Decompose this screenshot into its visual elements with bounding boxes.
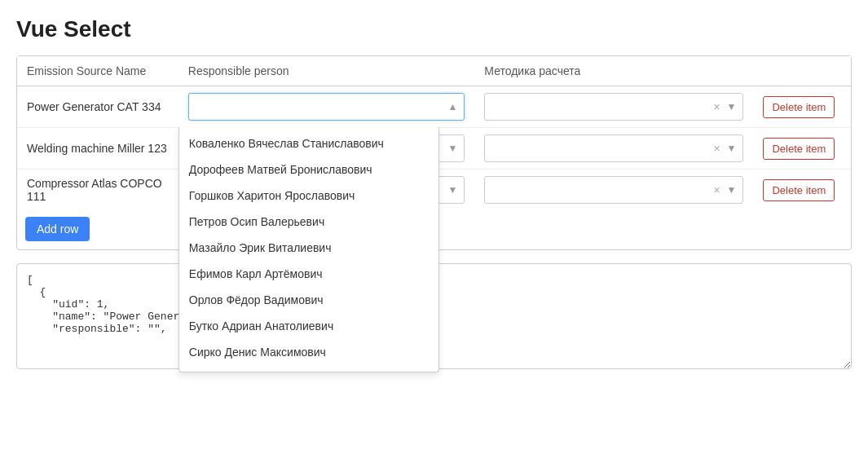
responsible-cell: ▲Коваленко Вячеслав СтаниславовичДорофее… — [178, 86, 475, 128]
dropdown-option[interactable]: Мазайло Эрик Виталиевич — [179, 235, 438, 261]
dropdown-option[interactable]: Сирко Денис Максимович — [179, 339, 438, 365]
add-row-button[interactable]: Add row — [25, 217, 90, 241]
delete-item-button[interactable]: Delete item — [763, 179, 835, 201]
clear-icon[interactable]: × — [712, 142, 721, 155]
header-responsible: Responsible person — [178, 56, 475, 86]
header-metodika: Методика расчета — [474, 56, 753, 86]
delete-item-button[interactable]: Delete item — [763, 138, 835, 160]
chevron-up-icon[interactable]: ▼ — [446, 143, 459, 154]
metodika-cell: ×▼ — [474, 86, 753, 128]
table-row: Power Generator CAT 334▲Коваленко Вячесл… — [17, 86, 851, 128]
header-action — [753, 56, 851, 86]
action-cell: Delete item — [753, 128, 851, 170]
dropdown-option[interactable]: Ефимов Карл Артёмович — [179, 261, 438, 287]
vue-select-metodika[interactable]: ×▼ — [484, 93, 743, 121]
main-table-wrapper: Emission Source Name Responsible person … — [16, 55, 852, 250]
chevron-up-icon[interactable]: ▲ — [446, 101, 459, 112]
responsible-dropdown: Коваленко Вячеслав СтаниславовичДорофеев… — [178, 127, 439, 372]
delete-item-button[interactable]: Delete item — [763, 96, 835, 118]
responsible-input[interactable] — [194, 100, 447, 113]
action-cell: Delete item — [753, 170, 851, 211]
vue-select-metodika[interactable]: ×▼ — [484, 176, 743, 204]
vue-select-metodika[interactable]: ×▼ — [484, 134, 743, 162]
vue-select-responsible[interactable]: ▲ — [188, 93, 465, 121]
chevron-down-icon[interactable]: ▼ — [725, 184, 738, 196]
emission-source-cell: Welding machine Miller 123 — [17, 128, 178, 170]
emission-source-cell: Power Generator CAT 334 — [17, 86, 178, 128]
dropdown-option[interactable]: Дорофеев Матвей Брониславович — [179, 156, 438, 183]
data-table: Emission Source Name Responsible person … — [17, 56, 851, 210]
clear-icon[interactable]: × — [712, 183, 721, 196]
chevron-down-icon[interactable]: ▼ — [725, 143, 738, 154]
dropdown-option[interactable]: Горшков Харитон Ярославович — [179, 183, 438, 209]
metodika-cell: ×▼ — [474, 128, 753, 170]
chevron-down-icon[interactable]: ▼ — [725, 101, 738, 112]
dropdown-option[interactable]: Коваленко Вячеслав Станиславович — [179, 130, 438, 156]
chevron-up-icon[interactable]: ▼ — [446, 184, 459, 196]
dropdown-option[interactable]: Петров Осип Валерьевич — [179, 209, 438, 235]
dropdown-option[interactable]: Орлов Фёдор Вадимович — [179, 287, 438, 313]
clear-icon[interactable]: × — [712, 100, 721, 113]
page-title: Vue Select — [16, 16, 852, 42]
dropdown-option[interactable]: Бутко Адриан Анатолиевич — [179, 313, 438, 339]
emission-source-cell: Compressor Atlas COPCO 111 — [17, 170, 178, 211]
metodika-cell: ×▼ — [474, 170, 753, 211]
action-cell: Delete item — [753, 86, 851, 128]
header-emission-source: Emission Source Name — [17, 56, 178, 86]
dropdown-option[interactable]: Семёнов Влад Сергеевич — [179, 365, 438, 372]
dropdown-list: Коваленко Вячеслав СтаниславовичДорофеев… — [179, 127, 438, 372]
